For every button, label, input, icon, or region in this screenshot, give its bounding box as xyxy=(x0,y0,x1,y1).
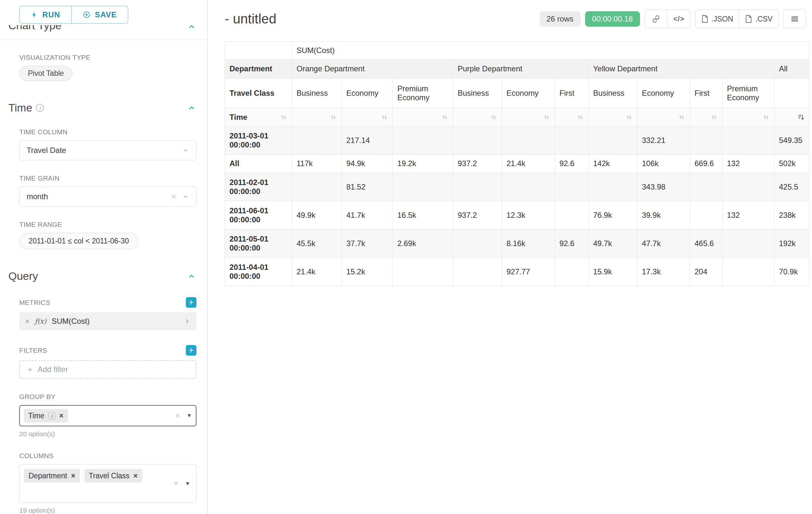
table-cell xyxy=(555,126,589,155)
row-label: 2011-06-01 00:00:00 xyxy=(225,201,292,229)
sortable-column-header[interactable] xyxy=(555,108,589,126)
sortable-column-header[interactable] xyxy=(292,108,342,126)
table-cell xyxy=(502,173,555,201)
table-cell xyxy=(502,126,555,155)
travel-class-header: Premium Economy xyxy=(393,78,453,108)
time-row-header[interactable]: Time xyxy=(225,108,292,126)
remove-metric-icon[interactable]: × xyxy=(25,317,30,325)
copy-link-button[interactable] xyxy=(644,10,668,28)
sort-icon[interactable] xyxy=(441,114,448,121)
sort-icon[interactable] xyxy=(678,114,685,121)
columns-chip-travel-class[interactable]: Travel Class × xyxy=(84,469,142,483)
metrics-label-row: METRICS + xyxy=(19,297,196,308)
query-section-title: Query xyxy=(8,270,38,282)
menu-button[interactable] xyxy=(783,10,806,28)
select-controls: × ▼ xyxy=(173,479,190,488)
clear-icon[interactable]: × xyxy=(171,192,176,201)
plus-icon: + xyxy=(28,365,32,374)
caret-down-icon[interactable]: ▼ xyxy=(186,412,192,419)
group-by-select[interactable]: Time i × × ▼ xyxy=(19,405,196,426)
plus-circle-icon xyxy=(83,11,90,19)
add-metric-button[interactable]: + xyxy=(186,297,196,308)
clear-icon[interactable]: × xyxy=(173,479,178,488)
bolt-icon xyxy=(31,10,38,19)
travel-class-header: Economy xyxy=(637,78,690,108)
table-cell: 927.77 xyxy=(502,258,555,286)
sort-icon[interactable] xyxy=(577,114,584,121)
info-icon: i xyxy=(48,412,55,419)
sort-icon[interactable] xyxy=(543,114,550,121)
table-cell xyxy=(690,173,722,201)
table-cell xyxy=(393,126,453,155)
sort-icon[interactable] xyxy=(626,114,633,121)
remove-chip-icon[interactable]: × xyxy=(71,472,75,480)
group-by-chip-time[interactable]: Time i × xyxy=(24,409,68,423)
time-section-title: Time xyxy=(8,102,32,114)
save-button[interactable]: SAVE xyxy=(72,6,128,24)
sortable-column-header[interactable] xyxy=(453,108,502,126)
metric-chip[interactable]: × ƒ(x) SUM(Cost) xyxy=(19,312,196,330)
remove-chip-icon[interactable]: × xyxy=(59,412,63,420)
explore-view: RUN SAVE Chart Type VISUALIZATION TYPE P… xyxy=(0,0,812,514)
sort-desc-icon[interactable] xyxy=(797,114,804,121)
export-json-label: .JSON xyxy=(712,15,733,23)
chevron-right-icon[interactable] xyxy=(183,318,191,325)
time-column-value: Travel Date xyxy=(27,146,66,155)
columns-select[interactable]: Department × Travel Class × × ▼ xyxy=(19,464,196,503)
time-grain-label: TIME GRAIN xyxy=(19,174,196,182)
sort-icon[interactable] xyxy=(330,114,337,121)
export-csv-button[interactable]: .CSV xyxy=(739,10,779,28)
table-cell: 343.98 xyxy=(637,173,690,201)
time-range-value[interactable]: 2011-01-01 ≤ col < 2011-06-30 xyxy=(19,233,138,249)
table-cell: 2.69k xyxy=(393,229,453,258)
time-column-select[interactable]: Travel Date xyxy=(19,140,196,160)
table-cell: 94.9k xyxy=(342,155,393,173)
control-panel-sidebar: RUN SAVE Chart Type VISUALIZATION TYPE P… xyxy=(0,0,208,514)
sort-icon[interactable] xyxy=(710,114,718,121)
time-label: Time xyxy=(230,113,248,122)
add-filter-button[interactable]: + Add filter xyxy=(19,360,196,379)
table-cell: 21.4k xyxy=(292,258,342,286)
table-cell: 81.52 xyxy=(342,173,393,201)
sort-icon[interactable] xyxy=(280,114,287,121)
table-row: 2011-03-01 00:00:00217.14332.21549.35 xyxy=(225,126,809,155)
columns-chip-department[interactable]: Department × xyxy=(24,469,80,483)
table-cell: 106k xyxy=(637,155,690,173)
table-cell: 549.35 xyxy=(775,126,809,155)
export-button-group: .JSON .CSV xyxy=(695,10,779,28)
table-cell: 12.3k xyxy=(502,201,555,229)
sortable-column-header[interactable] xyxy=(502,108,555,126)
export-json-button[interactable]: .JSON xyxy=(695,10,740,28)
all-column-header: All xyxy=(775,59,809,78)
sortable-column-header[interactable] xyxy=(393,108,453,126)
code-icon: </> xyxy=(673,15,685,23)
chevron-up-icon[interactable] xyxy=(187,272,196,280)
table-cell xyxy=(722,126,775,155)
chevron-up-icon[interactable] xyxy=(187,25,196,32)
chip-label: Time xyxy=(28,411,44,420)
sortable-column-header[interactable] xyxy=(722,108,775,126)
visualization-type-value[interactable]: Pivot Table xyxy=(19,66,72,81)
sorted-desc-column-header[interactable] xyxy=(775,108,809,126)
chevron-down-icon[interactable] xyxy=(182,193,189,200)
run-button[interactable]: RUN xyxy=(19,6,72,24)
table-cell xyxy=(589,173,637,201)
sortable-column-header[interactable] xyxy=(637,108,690,126)
sort-icon[interactable] xyxy=(490,114,497,121)
add-filter-plus-button[interactable]: + xyxy=(186,345,196,356)
table-cell: 76.9k xyxy=(589,201,637,229)
time-grain-select[interactable]: month × xyxy=(19,187,196,207)
table-row: 2011-06-01 00:00:0049.9k41.7k16.5k937.21… xyxy=(225,201,809,229)
sortable-column-header[interactable] xyxy=(342,108,393,126)
sort-icon[interactable] xyxy=(381,114,388,121)
table-cell: 16.5k xyxy=(393,201,453,229)
view-query-button[interactable]: </> xyxy=(668,10,691,28)
sortable-column-header[interactable] xyxy=(589,108,637,126)
clear-icon[interactable]: × xyxy=(175,411,180,420)
chevron-up-icon[interactable] xyxy=(187,104,196,112)
caret-down-icon[interactable]: ▼ xyxy=(185,480,190,487)
remove-chip-icon[interactable]: × xyxy=(134,472,138,480)
chevron-down-icon[interactable] xyxy=(182,147,189,154)
sortable-column-header[interactable] xyxy=(690,108,722,126)
sort-icon[interactable] xyxy=(762,114,770,121)
